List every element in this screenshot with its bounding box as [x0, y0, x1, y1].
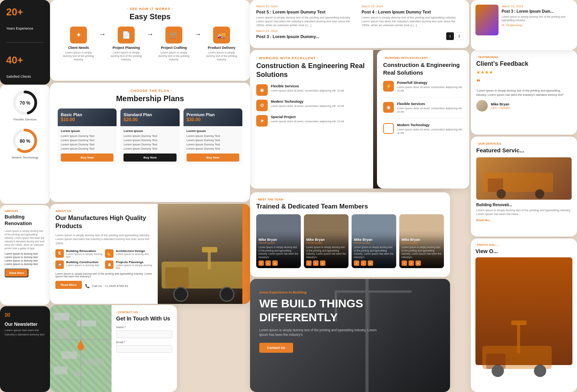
- we-build-text: Lorem Ipsum is simply dummy text of the …: [259, 328, 382, 337]
- blog-right-image: [475, 5, 499, 35]
- feature-construction-icon: 🏠: [55, 260, 64, 269]
- blog-date-3: March 22, 2024: [256, 29, 442, 33]
- team-title: Trained & Dedicated Team Members: [256, 203, 444, 210]
- twitter-icon-3[interactable]: t: [361, 260, 366, 266]
- facebook-icon-3[interactable]: f: [354, 260, 359, 266]
- steps-row: ✦ Client Needs Lorem Ipsum is simply dum…: [59, 27, 241, 61]
- construction-title: Construction & Engineering Real Solution…: [256, 62, 367, 80]
- twitter-icon-2[interactable]: t: [313, 260, 319, 266]
- feature-architecture-desc: Lorem Ipsum is dummy text: [116, 253, 149, 255]
- feature-construction: 🏠 Building Construction Lorem Ipsum is d…: [55, 260, 103, 269]
- linkedin-icon-4[interactable]: in: [415, 260, 421, 266]
- working-desc-2: Lorem ipsum dolor sit amet, consectetur …: [397, 107, 463, 113]
- twitter-icon-1[interactable]: t: [265, 260, 271, 266]
- contact-right: · CONTACT US · Get In Touch With Us Name…: [112, 305, 177, 392]
- donut-svg-modern: 80 %: [12, 127, 38, 154]
- construction-info: · WORKING WITH EXCELLENT · Construction …: [250, 50, 373, 188]
- we-build-btn[interactable]: Contact Us: [259, 343, 293, 353]
- blog-post-4: March 22, 2024 Post 4 : Lorem Ipsum Dumm…: [362, 5, 463, 27]
- service-special-title: Special Project: [271, 115, 344, 119]
- facebook-icon-4[interactable]: f: [402, 260, 407, 266]
- plan-premium-price: $30.00: [187, 117, 239, 122]
- plan-standard-btn[interactable]: Buy Now: [123, 153, 176, 162]
- feature-building-reno-title: Building Renovation: [66, 249, 103, 253]
- team-card: · MEET THE TEAM · Trained & Dedicated Te…: [250, 192, 450, 277]
- plan-premium-btn[interactable]: Buy Now: [187, 153, 239, 162]
- working-icon-1: ⚡: [383, 81, 394, 92]
- page-2[interactable]: 2: [455, 32, 463, 40]
- svg-rect-30: [62, 351, 77, 359]
- service-flexible: ◉ Flexible Services Lorem ipsum dolor si…: [256, 84, 367, 96]
- working-services: ⚡ Powerfull Strategy Lorem ipsum dolor s…: [383, 81, 463, 140]
- team-member-1: Mike Bryan CEO/Founder Lorem Ipsum is si…: [256, 214, 301, 268]
- easy-steps-card: · SEE HOW IT WORKS · Easy Steps ✦ Client…: [50, 0, 250, 81]
- svg-rect-32: [54, 367, 67, 374]
- reno-title: Building Renovation: [5, 214, 45, 227]
- author-avatar: [476, 100, 488, 112]
- reno-button[interactable]: Read More: [5, 269, 28, 277]
- newsletter-icon: ✉: [5, 311, 45, 319]
- team-member-2-overlay: Mike Bryan CEO/Founder Lorem Ipsum is si…: [304, 235, 349, 268]
- contact-map: [50, 305, 112, 392]
- newsletter-text: Lorem Ipsum has been the industry's stan…: [5, 329, 45, 337]
- twitter-icon-4[interactable]: t: [409, 260, 414, 266]
- team-member-3-overlay: Mike Bryan CEO/Founder Lorem Ipsum is si…: [352, 235, 396, 268]
- linkedin-icon-1[interactable]: in: [272, 260, 278, 266]
- featured-read-more[interactable]: Read Mo...: [476, 219, 572, 222]
- svg-rect-43: [511, 320, 527, 325]
- team-member-2-role: CEO/Founder: [306, 242, 346, 244]
- feature-architecture-title: Architecture Design: [116, 249, 149, 253]
- step-planning-icon: 📄: [118, 27, 135, 43]
- plan-standard-item-1: Lorem Ipsum Dummy Text: [123, 134, 176, 138]
- featured-img-svg: [476, 157, 572, 200]
- donut-modern-label: Modern Technology: [12, 156, 38, 159]
- svg-rect-31: [85, 359, 104, 365]
- quote-icon: ❝: [476, 77, 572, 87]
- feature-construction-desc: Lorem Ipsum is dummy text: [66, 264, 99, 267]
- testimonial-quote: "Lorem ipsum is simply dummy text of the…: [476, 89, 572, 97]
- plan-basic-body: Lorem Ipsum Lorem Ipsum Dummy Text Lorem…: [58, 126, 117, 165]
- step-delivery-title: Product Delivery: [208, 46, 235, 50]
- svg-point-14: [174, 287, 188, 301]
- testimonial-title: Client's Feedback: [476, 60, 572, 67]
- easy-steps-label: · SEE HOW IT WORKS ·: [59, 7, 241, 11]
- manufactures-read-more[interactable]: Read More: [55, 281, 82, 289]
- blog-text-4: Lorem Ipsum is simply dummy text of the …: [362, 16, 463, 27]
- step-project-crafting: 🛒 Project Crafting Lorem Ipsum is simply…: [157, 27, 191, 61]
- team-member-2-text: Lorem Ipsum is simply dummy text of the …: [306, 246, 346, 259]
- team-member-4-social: f t in: [402, 260, 442, 266]
- contact-card: · CONTACT US · Get In Touch With Us Name…: [50, 305, 177, 392]
- donut-charts-card: 70 % Flexible Services 80 % Modern Techn…: [0, 85, 50, 204]
- feature-projects-desc: Lorem Ipsum is simply dummy text: [116, 264, 152, 269]
- plan-basic-item-4: Lorem Ipsum Dummy Text: [61, 147, 113, 150]
- svg-text:70 %: 70 %: [20, 100, 30, 106]
- plan-basic-item-2: Lorem Ipsum Dummy Text: [61, 138, 113, 142]
- svg-rect-24: [77, 320, 96, 326]
- facebook-icon-2[interactable]: f: [306, 260, 312, 266]
- gallery-label: · PHOTO GAL... ·: [475, 243, 572, 247]
- donut-flexible-label: Flexible Services: [13, 118, 37, 121]
- contact-name-field: Name *: [116, 325, 172, 338]
- we-build-title: WE BUILD THINGS DIFFERENTLY: [259, 297, 441, 324]
- contact-name-input[interactable]: [116, 330, 172, 338]
- feature-architecture: 📐 Architecture Design Lorem Ipsum is dum…: [105, 249, 152, 258]
- linkedin-icon-3[interactable]: in: [368, 260, 373, 266]
- step-crafting-desc: Lorem Ipsum is simply dummy text of the …: [157, 51, 191, 61]
- reno-text: Lorem Ipsum is simply dummy text of the …: [5, 229, 45, 250]
- arrow-3: →: [194, 30, 201, 38]
- facebook-icon-1[interactable]: f: [258, 260, 264, 266]
- plan-basic: Basic Plan $10.00 Lorem Ipsum Lorem Ipsu…: [58, 108, 117, 165]
- linkedin-icon-2[interactable]: in: [320, 260, 325, 266]
- contact-email-input[interactable]: [116, 345, 172, 353]
- svg-rect-25: [58, 328, 69, 338]
- step-client-title: Client Needs: [68, 46, 89, 50]
- page-1[interactable]: 1: [446, 32, 454, 40]
- blog-right-title: Post 3 : Lorem Ipsum Dum...: [502, 9, 572, 13]
- working-service-1: ⚡ Powerfull Strategy Lorem ipsum dolor s…: [383, 81, 463, 97]
- plan-basic-btn[interactable]: Buy Now: [61, 153, 113, 162]
- svg-point-37: [535, 189, 544, 199]
- donut-flexible: 70 % Flexible Services: [12, 89, 38, 121]
- building-reno-card: SERVICES Building Renovation Lorem Ipsum…: [0, 205, 50, 305]
- email-icon: ✉: [502, 23, 504, 27]
- membership-title: Membership Plans: [58, 94, 242, 103]
